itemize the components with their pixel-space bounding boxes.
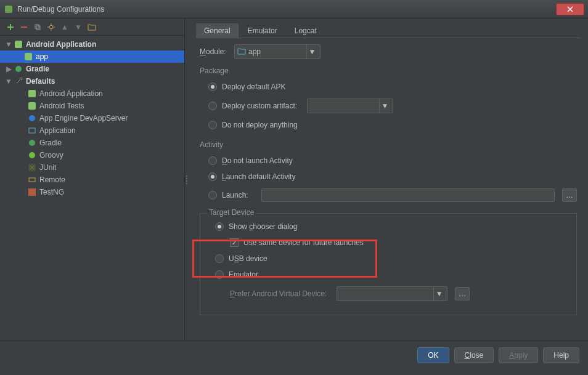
tab-bar: General Emulator Logcat — [196, 23, 581, 38]
radio-chooser[interactable]: Show chooser dialog — [215, 222, 570, 231]
close-button[interactable]: Close — [454, 347, 494, 363]
activity-group-title: Activity — [200, 140, 577, 149]
wrench-icon — [14, 76, 23, 86]
svg-rect-1 — [35, 25, 39, 28]
tree-android-application[interactable]: ▼ Android Application — [0, 38, 184, 50]
tree-defaults[interactable]: ▼ Defaults — [0, 75, 184, 87]
svg-rect-5 — [25, 53, 32, 60]
config-tree: ▼ Android Application app ▶ Gradle ▼ Def… — [0, 36, 184, 341]
avd-combo[interactable]: ▼ — [337, 286, 447, 301]
custom-artifact-combo[interactable]: ▼ — [307, 99, 393, 113]
radio-deploy-custom[interactable]: Deploy custom artifact: ▼ — [208, 99, 577, 113]
add-icon[interactable] — [5, 22, 16, 33]
svg-rect-7 — [28, 90, 36, 97]
module-label: Module: — [200, 47, 234, 56]
tree-default-groovy[interactable]: Groovy — [0, 149, 184, 161]
android-icon — [23, 52, 33, 62]
package-group-title: Package — [200, 67, 577, 75]
svg-rect-4 — [15, 41, 22, 48]
chevron-down-icon: ▼ — [5, 40, 12, 49]
tree-default-testng[interactable]: TestNG — [0, 186, 184, 198]
groovy-icon — [27, 150, 37, 160]
svg-rect-0 — [5, 6, 12, 13]
svg-point-3 — [49, 25, 53, 29]
up-icon[interactable]: ▲ — [59, 22, 70, 33]
module-icon — [237, 47, 246, 57]
chevron-down-icon: ▼ — [379, 99, 390, 113]
radio-icon — [215, 270, 224, 279]
sidebar: ▲ ▼ ▼ Android Application app ▶ Gradle ▼ — [0, 18, 185, 341]
radio-icon — [208, 172, 217, 181]
remove-icon[interactable] — [18, 22, 30, 33]
launch-activity-input[interactable] — [261, 188, 555, 202]
tree-gradle[interactable]: ▶ Gradle — [0, 63, 184, 75]
window-title: Run/Debug Configurations — [17, 5, 556, 14]
app-icon — [4, 4, 14, 14]
sidebar-toolbar: ▲ ▼ — [0, 18, 184, 36]
tab-general[interactable]: General — [196, 23, 239, 38]
checkbox-same-device[interactable]: Use same device for future launches — [230, 238, 570, 247]
radio-icon — [208, 83, 217, 91]
tree-default-junit[interactable]: JUnit — [0, 161, 184, 174]
window-close-button[interactable] — [556, 3, 584, 15]
svg-rect-2 — [36, 26, 40, 30]
radio-launch-default[interactable]: Launch default Activity — [208, 172, 577, 181]
tree-default-android-app[interactable]: Android Application — [0, 87, 184, 100]
radio-icon — [208, 191, 217, 200]
svg-rect-10 — [29, 128, 35, 133]
appengine-icon — [27, 113, 37, 123]
radio-no-launch[interactable]: Do not launch Activity — [208, 156, 577, 165]
svg-rect-14 — [29, 178, 35, 182]
dialog-footer: OK Close Apply Help — [0, 341, 588, 369]
folder-icon[interactable] — [86, 22, 97, 33]
svg-rect-15 — [28, 188, 36, 196]
tree-default-app-engine[interactable]: App Engine DevAppServer — [0, 112, 184, 124]
browse-button[interactable]: … — [562, 188, 577, 202]
tab-emulator[interactable]: Emulator — [240, 23, 285, 38]
title-bar: Run/Debug Configurations — [0, 0, 588, 18]
tree-default-gradle[interactable]: Gradle — [0, 137, 184, 149]
tree-default-android-tests[interactable]: Android Tests — [0, 100, 184, 112]
checkbox-icon — [230, 238, 239, 247]
svg-point-6 — [15, 66, 22, 72]
chevron-down-icon: ▼ — [5, 77, 12, 86]
testng-icon — [27, 187, 37, 197]
chevron-right-icon: ▶ — [5, 65, 12, 73]
radio-deploy-default[interactable]: Deploy default APK — [208, 83, 577, 91]
radio-icon — [215, 254, 224, 263]
gradle-icon — [14, 64, 23, 74]
radio-no-deploy[interactable]: Do not deploy anything — [208, 121, 577, 129]
tree-default-remote[interactable]: Remote — [0, 174, 184, 186]
radio-launch-specific[interactable]: Launch: … — [208, 188, 577, 202]
android-icon — [27, 89, 37, 99]
target-device-legend: Target Device — [206, 208, 256, 217]
config-content: General Emulator Logcat Module: app ▼ Pa… — [189, 18, 588, 341]
copy-icon[interactable] — [32, 22, 43, 33]
avd-row: Prefer Android Virtual Device: ▼ … — [230, 286, 570, 301]
radio-icon — [208, 102, 217, 110]
ok-button[interactable]: OK — [417, 347, 449, 363]
radio-icon — [215, 222, 224, 231]
radio-icon — [208, 156, 217, 165]
settings-icon[interactable] — [46, 22, 57, 33]
android-icon — [27, 101, 37, 111]
down-icon[interactable]: ▼ — [73, 22, 84, 33]
radio-usb[interactable]: USB device — [215, 254, 570, 263]
svg-rect-8 — [28, 102, 36, 110]
gradle-icon — [27, 138, 37, 148]
chevron-down-icon: ▼ — [306, 45, 317, 58]
tab-logcat[interactable]: Logcat — [287, 23, 325, 38]
module-combo[interactable]: app ▼ — [234, 44, 321, 59]
apply-button[interactable]: Apply — [499, 347, 538, 363]
junit-icon — [27, 163, 37, 172]
remote-icon — [27, 175, 37, 185]
android-icon — [14, 39, 23, 49]
help-button[interactable]: Help — [543, 347, 579, 363]
radio-emulator[interactable]: Emulator — [215, 270, 570, 279]
svg-point-11 — [29, 140, 35, 146]
svg-point-9 — [29, 115, 35, 121]
tree-default-application[interactable]: Application — [0, 124, 184, 137]
chevron-down-icon: ▼ — [433, 287, 444, 300]
avd-browse-button[interactable]: … — [455, 287, 470, 300]
tree-item-app[interactable]: app — [0, 50, 184, 63]
